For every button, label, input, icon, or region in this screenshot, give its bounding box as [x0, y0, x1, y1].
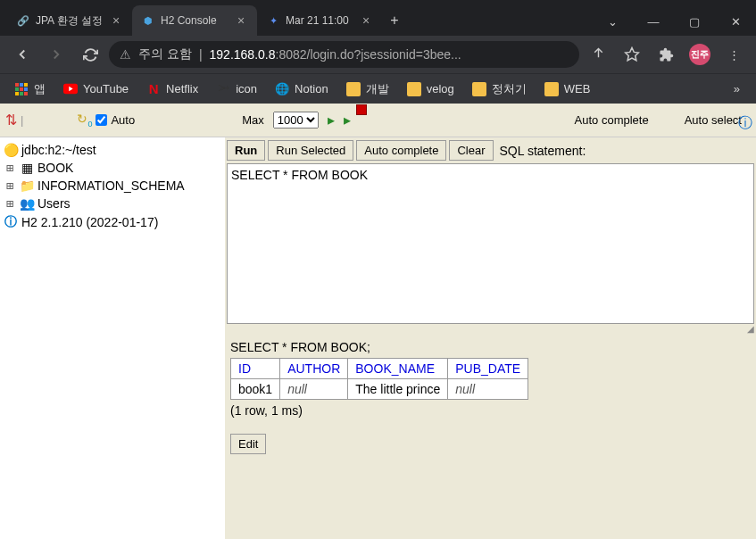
globe-icon: 🌐: [275, 82, 289, 96]
col-book-name[interactable]: BOOK_NAME: [348, 359, 448, 379]
expand-icon[interactable]: ⊞: [4, 196, 16, 211]
expand-icon[interactable]: ⊞: [4, 178, 16, 193]
folder-icon: [472, 82, 486, 96]
col-id[interactable]: ID: [231, 359, 280, 379]
max-select[interactable]: 1000: [273, 112, 319, 129]
tab-mar21[interactable]: ✦ Mar 21 11:00 ×: [257, 5, 382, 36]
disconnect-icon[interactable]: ⇅: [5, 112, 17, 129]
share-button[interactable]: [583, 39, 613, 70]
folder-icon: 📁: [20, 178, 34, 193]
run-selected-icon[interactable]: ▸: [344, 112, 351, 129]
cell: book1: [231, 379, 280, 400]
bookmark-icon[interactable]: ⭃icon: [209, 79, 264, 100]
version-label: H2 2.1.210 (2022-01-17): [21, 215, 158, 229]
cell: The little prince: [348, 379, 448, 400]
close-icon[interactable]: ×: [234, 13, 248, 28]
tree-table-book[interactable]: ⊞ ▦ BOOK: [4, 159, 221, 177]
star-button[interactable]: [617, 39, 647, 70]
folder-icon: [407, 82, 421, 96]
refresh-icon[interactable]: ↻0: [77, 112, 92, 129]
svg-rect-3: [24, 83, 28, 87]
apps-icon: [14, 82, 29, 96]
warning-icon: ⚠: [120, 47, 131, 62]
tab-h2-console[interactable]: ⬢ H2 Console ×: [132, 5, 257, 36]
folder-icon: [544, 82, 559, 96]
sql-input[interactable]: [227, 163, 754, 324]
tree-info-schema[interactable]: ⊞ 📁 INFORMATION_SCHEMA: [4, 177, 221, 195]
bookmark-velog[interactable]: velog: [400, 79, 461, 100]
bookmark-netflix[interactable]: NNetflix: [139, 79, 205, 100]
database-icon: 🟡: [4, 143, 18, 157]
browser-tabs: 🔗 JPA 환경 설정 × ⬢ H2 Console × ✦ Mar 21 11…: [0, 5, 407, 36]
bookmark-label: WEB: [564, 82, 591, 95]
bookmark-dev[interactable]: 개발: [339, 78, 396, 101]
svg-rect-4: [15, 87, 19, 91]
tree-connection[interactable]: 🟡 jdbc:h2:~/test: [4, 141, 221, 159]
col-author[interactable]: AUTHOR: [280, 359, 348, 379]
chevron-down-icon[interactable]: ⌄: [592, 7, 633, 36]
connection-label: jdbc:h2:~/test: [21, 143, 96, 157]
close-icon[interactable]: ×: [109, 13, 123, 28]
menu-button[interactable]: ⋮: [719, 39, 749, 70]
browser-toolbar: ⚠ 주의 요함 | 192.168.0.8:8082/login.do?jses…: [0, 36, 756, 73]
svg-rect-7: [15, 92, 19, 95]
youtube-icon: [63, 82, 78, 96]
run-selected-button[interactable]: Run Selected: [268, 140, 353, 161]
run-button[interactable]: Run: [227, 140, 265, 161]
svg-marker-0: [626, 48, 639, 61]
clear-button[interactable]: Clear: [449, 140, 493, 161]
result-panel: SELECT * FROM BOOK; ID AUTHOR BOOK_NAME …: [227, 333, 754, 461]
tree-users[interactable]: ⊞ 👥 Users: [4, 195, 221, 212]
auto-select-label: Auto select: [685, 113, 742, 127]
link-icon: 🔗: [16, 13, 30, 28]
users-icon: 👥: [20, 196, 34, 211]
col-pub-date[interactable]: PUB_DATE: [448, 359, 528, 379]
svg-rect-6: [24, 87, 28, 91]
back-button[interactable]: [7, 39, 37, 70]
address-bar[interactable]: ⚠ 주의 요함 | 192.168.0.8:8082/login.do?jses…: [109, 41, 579, 68]
max-label: Max: [242, 113, 264, 127]
table-icon: ▦: [20, 161, 34, 175]
info-icon: ⓘ: [4, 214, 18, 230]
maximize-button[interactable]: ▢: [674, 7, 715, 36]
close-window-button[interactable]: ✕: [715, 7, 756, 36]
bookmark-jeongcheogi[interactable]: 정처기: [465, 78, 534, 101]
bookmark-youtube[interactable]: YouTube: [56, 79, 136, 100]
window-titlebar: 🔗 JPA 환경 설정 × ⬢ H2 Console × ✦ Mar 21 11…: [0, 0, 756, 36]
close-icon[interactable]: ×: [359, 13, 373, 28]
extensions-button[interactable]: [651, 39, 681, 70]
bookmark-label: 개발: [366, 81, 389, 97]
folder-icon: [346, 82, 361, 96]
profile-button[interactable]: 진주: [685, 39, 715, 70]
svg-rect-5: [20, 87, 23, 91]
forward-button[interactable]: [41, 39, 71, 70]
bookmark-label: Netflix: [166, 82, 198, 95]
reload-button[interactable]: [75, 39, 105, 70]
bookmark-notion[interactable]: 🌐Notion: [268, 79, 336, 100]
help-icon[interactable]: ⓘ: [738, 114, 752, 133]
resize-handle[interactable]: ◢: [227, 324, 754, 333]
tab-jpa[interactable]: 🔗 JPA 환경 설정 ×: [7, 5, 132, 36]
expand-icon[interactable]: ⊞: [4, 161, 16, 175]
new-tab-button[interactable]: +: [382, 5, 407, 36]
result-echo: SELECT * FROM BOOK;: [230, 340, 751, 354]
auto-checkbox[interactable]: [96, 114, 107, 126]
more-bookmarks[interactable]: »: [725, 79, 749, 99]
bookmarks-bar: 앱 YouTube NNetflix ⭃icon 🌐Notion 개발 velo…: [0, 73, 756, 104]
stop-icon[interactable]: [356, 104, 367, 115]
minimize-button[interactable]: —: [633, 7, 674, 36]
h2-toolbar: ⇅ | ↻0 Auto Max 1000 ▸ ▸ Auto complete A…: [0, 104, 756, 137]
tab-title: JPA 환경 설정: [36, 13, 104, 29]
edit-button[interactable]: Edit: [230, 434, 266, 454]
security-warning: 주의 요함: [138, 46, 192, 62]
cell: null: [280, 379, 348, 400]
run-icon[interactable]: ▸: [328, 112, 335, 129]
sql-statement-label: SQL statement:: [500, 144, 586, 158]
sql-panel: Run Run Selected Auto complete Clear SQL…: [225, 137, 756, 539]
bookmark-web[interactable]: WEB: [537, 79, 598, 100]
bookmark-label: icon: [236, 82, 257, 95]
auto-complete-button[interactable]: Auto complete: [356, 140, 446, 161]
h2-icon: ⬢: [141, 13, 155, 28]
h2-console: ⇅ | ↻0 Auto Max 1000 ▸ ▸ Auto complete A…: [0, 104, 756, 539]
bookmark-apps[interactable]: 앱: [7, 78, 53, 101]
